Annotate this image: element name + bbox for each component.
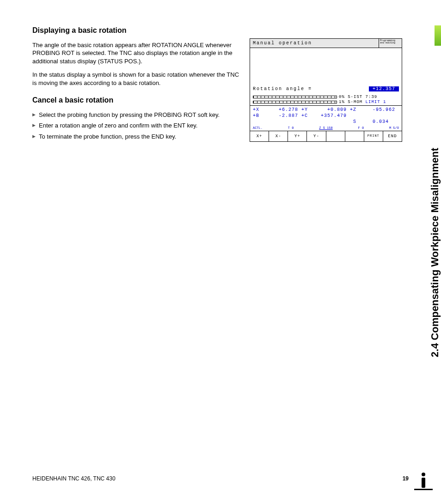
info-icon (414, 472, 433, 490)
cancel-steps-list: Select the probing function by pressing … (32, 111, 240, 141)
softkey-end[interactable]: END (383, 131, 402, 141)
bar-text-1: 0% S-IST 7:39 (339, 95, 399, 99)
softkey-x-plus[interactable]: X+ (250, 131, 269, 141)
heading-cancel: Cancel a basic rotation (32, 95, 240, 105)
softkey-empty[interactable] (345, 131, 364, 141)
page-number: 19 (403, 475, 409, 482)
tnc-status-line: ACTL. T 0 Z S 150 F 0 M 5/9 (250, 126, 402, 131)
paragraph-2: In the status display a symbol is shown … (32, 71, 240, 87)
tnc-screenshot: Manual operation Programming and editing… (250, 38, 402, 142)
heading-displaying: Displaying a basic rotation (32, 25, 240, 36)
page-footer: HEIDENHAIN TNC 426, TNC 430 19 (32, 475, 409, 482)
softkey-y-minus[interactable]: Y- (307, 131, 326, 141)
softkey-row: X+ X- Y+ Y- PRINT END (250, 131, 402, 141)
footer-product: HEIDENHAIN TNC 426, TNC 430 (32, 475, 116, 482)
section-color-tab (435, 25, 441, 46)
tnc-secondary-mode: Programming and editing (379, 39, 402, 48)
load-bar-1 (253, 96, 337, 98)
softkey-print[interactable]: PRINT (364, 131, 383, 141)
main-text-column: Displaying a basic rotation The angle of… (32, 25, 240, 144)
paragraph-1: The angle of the basic rotation appears … (32, 41, 240, 66)
rotation-angle-label: Rotation angle = (253, 86, 369, 91)
softkey-empty[interactable] (326, 131, 345, 141)
axis-positions: +X +6.278 +Y +0.809 +Z -95.962 +B -2.887… (250, 105, 402, 126)
list-item: Enter a rotation angle of zero and confi… (32, 121, 240, 130)
softkey-y-plus[interactable]: Y+ (288, 131, 307, 141)
load-bar-2 (253, 101, 337, 103)
tnc-mode-title: Manual operation (250, 39, 379, 48)
bar-text-2: 1% S-MOM LIMIT 1 (339, 100, 399, 104)
rotation-angle-value: +12.357 (369, 86, 399, 91)
softkey-x-minus[interactable]: X- (269, 131, 288, 141)
list-item: To terminate the probe function, press t… (32, 133, 240, 141)
list-item: Select the probing function by pressing … (32, 111, 240, 119)
section-side-title: 2.4 Compensating Workpiece Misalignment (429, 148, 441, 357)
